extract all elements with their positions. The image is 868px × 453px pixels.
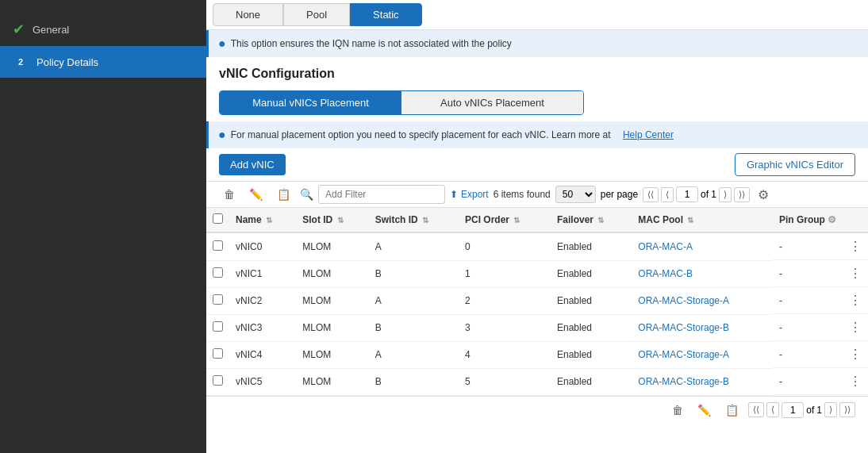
sidebar-item-general-label: General xyxy=(33,24,69,36)
page-nav: ⟨⟨ ⟨ of 1 ⟩ ⟩⟩ xyxy=(643,186,750,202)
row-mac-pool: ORA-MAC-B xyxy=(632,260,773,287)
table-toolbar: 🗑 ✏️ 📋 🔍 ⬆ Export 6 items found 50 100 p… xyxy=(206,181,868,208)
row-checkbox[interactable] xyxy=(213,321,223,332)
bottom-copy-icon[interactable]: 📋 xyxy=(720,401,743,419)
row-checkbox-cell xyxy=(206,232,229,260)
delete-toolbar-icon[interactable]: 🗑 xyxy=(219,186,240,203)
bottom-next-page-btn[interactable]: ⟩ xyxy=(824,402,837,417)
auto-placement-tab[interactable]: Auto vNICs Placement xyxy=(401,91,583,114)
pin-group-settings-icon: ⚙ xyxy=(828,214,836,225)
bottom-last-page-btn[interactable]: ⟩⟩ xyxy=(839,402,855,417)
sidebar-badge: 2 xyxy=(13,54,29,70)
row-menu-button[interactable]: ⋮ xyxy=(849,293,862,308)
toggle-none[interactable]: None xyxy=(213,3,283,26)
row-mac-pool: ORA-MAC-Storage-B xyxy=(632,368,773,395)
row-mac-pool: ORA-MAC-A xyxy=(632,232,773,260)
row-switch-id: A xyxy=(369,287,459,314)
mac-pool-link[interactable]: ORA-MAC-Storage-A xyxy=(638,295,729,306)
col-header-slot-id: Slot ID ⇅ xyxy=(296,208,368,232)
export-button[interactable]: ⬆ Export xyxy=(450,189,489,200)
vnic-table: Name ⇅ Slot ID ⇅ Switch ID ⇅ PCI Order ⇅… xyxy=(206,208,868,396)
page-of-label: of xyxy=(701,189,709,200)
row-pin-group: - ⋮ xyxy=(773,287,868,314)
row-switch-id: B xyxy=(369,260,459,287)
bottom-first-page-btn[interactable]: ⟨⟨ xyxy=(748,402,764,417)
row-switch-id: B xyxy=(369,314,459,341)
row-failover: Enabled xyxy=(551,314,632,341)
sidebar: ✔ General 2 Policy Details xyxy=(0,0,206,453)
row-menu-button[interactable]: ⋮ xyxy=(849,239,862,254)
row-failover: Enabled xyxy=(551,260,632,287)
export-label: Export xyxy=(461,189,489,200)
mac-pool-link[interactable]: ORA-MAC-Storage-B xyxy=(638,376,729,387)
vnic-info-bar: ● For manual placement option you need t… xyxy=(206,121,868,148)
next-page-btn[interactable]: ⟩ xyxy=(719,187,732,202)
row-checkbox[interactable] xyxy=(213,267,223,278)
row-checkbox[interactable] xyxy=(213,375,223,386)
sidebar-item-policy-details[interactable]: 2 Policy Details xyxy=(0,46,206,78)
row-checkbox-cell xyxy=(206,287,229,314)
row-pin-group: - ⋮ xyxy=(773,341,868,368)
row-failover: Enabled xyxy=(551,368,632,395)
vnics-section-title: vNIC Configuration xyxy=(206,57,868,87)
row-pin-group: - ⋮ xyxy=(773,368,868,395)
table-settings-button[interactable]: ⚙ xyxy=(758,187,769,202)
sort-icon-name: ⇅ xyxy=(266,216,272,225)
mac-pool-link[interactable]: ORA-MAC-Storage-B xyxy=(638,322,729,333)
edit-toolbar-icon[interactable]: ✏️ xyxy=(244,186,267,203)
last-page-btn[interactable]: ⟩⟩ xyxy=(734,187,750,202)
per-page-select[interactable]: 50 100 xyxy=(555,186,596,203)
manual-placement-tab[interactable]: Manual vNICs Placement xyxy=(220,91,401,114)
row-switch-id: B xyxy=(369,368,459,395)
toggle-static[interactable]: Static xyxy=(350,3,422,26)
graphic-editor-button[interactable]: Graphic vNICs Editor xyxy=(735,153,855,176)
mac-pool-link[interactable]: ORA-MAC-B xyxy=(638,268,693,279)
row-menu-button[interactable]: ⋮ xyxy=(849,320,862,335)
help-center-link[interactable]: Help Center xyxy=(623,129,674,140)
table-row: vNIC0 MLOM A 0 Enabled ORA-MAC-A - ⋮ xyxy=(206,232,868,260)
bottom-delete-icon[interactable]: 🗑 xyxy=(667,401,688,419)
row-checkbox[interactable] xyxy=(213,240,223,251)
col-header-name: Name ⇅ xyxy=(229,208,296,232)
row-menu-button[interactable]: ⋮ xyxy=(849,266,862,281)
row-checkbox-cell xyxy=(206,341,229,368)
mac-pool-link[interactable]: ORA-MAC-Storage-A xyxy=(638,349,729,360)
bottom-edit-icon[interactable]: ✏️ xyxy=(693,401,716,419)
row-pin-group: - ⋮ xyxy=(773,314,868,341)
row-pin-group: - ⋮ xyxy=(773,233,868,260)
filter-input[interactable] xyxy=(318,185,445,204)
sidebar-item-policy-details-label: Policy Details xyxy=(36,56,98,68)
table-row: vNIC2 MLOM A 2 Enabled ORA-MAC-Storage-A… xyxy=(206,287,868,314)
row-failover: Enabled xyxy=(551,232,632,260)
row-name: vNIC2 xyxy=(229,287,296,314)
sort-icon-mac-pool: ⇅ xyxy=(687,216,693,225)
prev-page-btn[interactable]: ⟨ xyxy=(661,187,674,202)
vnic-info-icon: ● xyxy=(218,128,226,142)
select-all-checkbox[interactable] xyxy=(213,213,223,224)
add-vnic-button[interactable]: Add vNIC xyxy=(219,154,286,175)
mac-pool-link[interactable]: ORA-MAC-A xyxy=(638,241,693,252)
row-pci-order: 5 xyxy=(459,368,551,395)
bottom-prev-page-btn[interactable]: ⟨ xyxy=(766,402,779,417)
bottom-page-input[interactable] xyxy=(782,402,804,418)
page-total: 1 xyxy=(711,189,716,200)
toggle-pool[interactable]: Pool xyxy=(283,3,350,26)
row-menu-button[interactable]: ⋮ xyxy=(849,374,862,389)
first-page-btn[interactable]: ⟨⟨ xyxy=(643,187,659,202)
row-pci-order: 4 xyxy=(459,341,551,368)
sidebar-item-general[interactable]: ✔ General xyxy=(0,13,206,46)
row-checkbox-cell xyxy=(206,314,229,341)
items-found: 6 items found xyxy=(494,189,551,200)
page-input[interactable] xyxy=(676,186,698,202)
info-icon: ● xyxy=(218,36,226,51)
table-row: vNIC3 MLOM B 3 Enabled ORA-MAC-Storage-B… xyxy=(206,314,868,341)
row-checkbox[interactable] xyxy=(213,348,223,359)
top-toggle-bar: None Pool Static xyxy=(206,0,868,30)
row-mac-pool: ORA-MAC-Storage-B xyxy=(632,314,773,341)
top-info-bar: ● This option ensures the IQN name is no… xyxy=(206,30,868,57)
row-menu-button[interactable]: ⋮ xyxy=(849,347,862,362)
row-pci-order: 3 xyxy=(459,314,551,341)
row-slot-id: MLOM xyxy=(296,314,368,341)
row-checkbox[interactable] xyxy=(213,294,223,305)
copy-toolbar-icon[interactable]: 📋 xyxy=(272,186,295,203)
